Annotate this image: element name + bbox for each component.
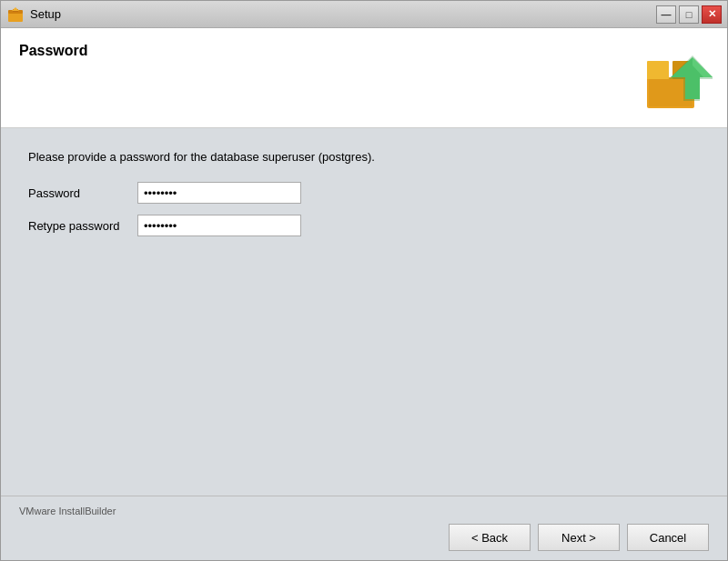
next-button[interactable]: Next >: [538, 524, 620, 551]
title-bar-icon: [6, 5, 25, 24]
password-group: Password: [28, 182, 700, 204]
retype-password-input[interactable]: [137, 215, 301, 236]
setup-window: Setup — □ ✕ Password: [0, 0, 728, 561]
header-section: Password: [1, 28, 727, 128]
maximize-button[interactable]: □: [679, 5, 699, 24]
box-arrow-icon: [640, 43, 713, 115]
window-title: Setup: [30, 7, 656, 21]
content-area: Please provide a password for the databa…: [1, 128, 727, 496]
svg-rect-0: [8, 13, 23, 22]
retype-password-label: Retype password: [28, 219, 137, 233]
cancel-button[interactable]: Cancel: [627, 524, 709, 551]
title-bar: Setup — □ ✕: [1, 1, 727, 28]
retype-password-group: Retype password: [28, 215, 700, 236]
close-button[interactable]: ✕: [702, 5, 722, 24]
window-controls: — □ ✕: [656, 5, 722, 24]
footer-section: VMware InstallBuilder < Back Next > Canc…: [1, 496, 727, 560]
footer-buttons: < Back Next > Cancel: [19, 524, 709, 551]
password-input[interactable]: [137, 182, 301, 204]
svg-marker-3: [12, 7, 19, 11]
brand-label: VMware InstallBuilder: [19, 506, 709, 516]
minimize-button[interactable]: —: [656, 5, 676, 24]
page-title: Password: [19, 43, 88, 59]
svg-rect-5: [647, 61, 669, 79]
description-text: Please provide a password for the databa…: [28, 150, 700, 164]
header-icon: [640, 43, 709, 112]
password-label: Password: [28, 186, 137, 200]
back-button[interactable]: < Back: [449, 524, 531, 551]
